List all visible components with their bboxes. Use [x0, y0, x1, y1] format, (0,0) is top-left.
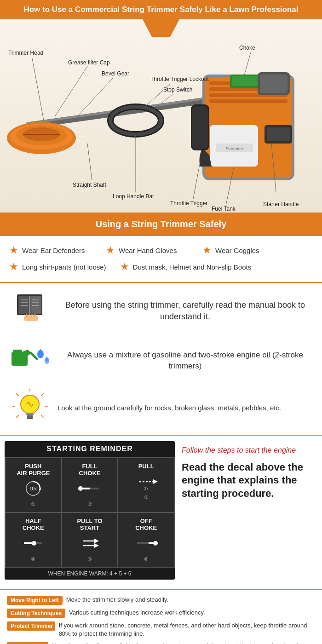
step-1-title: PUSHAIR PURGE [9, 463, 58, 477]
svg-rect-63 [13, 350, 22, 354]
starting-section: STARTING REMINDER PUSHAIR PURGE 10x ① FU… [0, 441, 322, 589]
starting-step-2: FULLCHOKE ② [62, 458, 118, 512]
safety-item-goggles: ★ Wear Goggles [202, 244, 285, 256]
svg-line-76 [41, 415, 43, 417]
info-block-fuel: Always use a mixture of gasoline and two… [9, 340, 313, 380]
star-icon-2: ★ [106, 244, 115, 256]
follow-steps-text: Follow the steps to start the engine [182, 446, 310, 455]
desc-protect: If you work around stone, concrete, meta… [59, 621, 315, 638]
svg-rect-54 [30, 296, 41, 314]
technique-row-2: Protect Trimmer line If you work around … [7, 621, 315, 638]
svg-text:Grease filter Cap: Grease filter Cap [68, 59, 110, 66]
lightbulb-icon [9, 389, 51, 426]
info-block-manual: Before using the string trimmer, careful… [9, 290, 313, 332]
safety-label-goggles: Wear Goggles [215, 247, 259, 254]
safety-label-ear: Wear Ear Defenders [22, 247, 85, 254]
safety-label-pants: Long shirt-pants (not loose) [22, 263, 106, 271]
step-4-num: ④ [9, 556, 58, 562]
fuel-icon [9, 340, 51, 380]
svg-rect-17 [209, 99, 288, 103]
starting-title: STARTING REMINDER [5, 441, 175, 457]
svg-point-86 [78, 486, 83, 491]
svg-rect-80 [27, 418, 33, 419]
orange-section-header: Using a String Trimmer Safely [0, 213, 322, 236]
svg-line-71 [17, 394, 18, 396]
svg-text:Trimmer Head: Trimmer Head [8, 50, 43, 56]
step-4-title: HALFCHOKE [9, 518, 58, 531]
svg-text:Choke: Choke [239, 45, 255, 51]
svg-marker-88 [153, 479, 158, 484]
warm-text: WHEN ENGINE WARM: 4 + 5 + 6 [5, 568, 175, 580]
trimmer-svg: Husqvarna Trimmer Head Grease filter Cap… [0, 19, 322, 213]
step-2-title: FULLCHOKE [66, 463, 114, 477]
svg-text:10x: 10x [29, 486, 37, 491]
header-title: How to Use a Commercial String Trimmer S… [23, 5, 298, 14]
svg-rect-29 [192, 106, 208, 149]
svg-text:Starter Handle: Starter Handle [263, 201, 299, 207]
badge-move: Move Right to Left [7, 596, 63, 605]
star-icon-5: ★ [120, 261, 129, 273]
svg-text:Bevel Gear: Bevel Gear [102, 70, 129, 77]
starting-reminder-box: STARTING REMINDER PUSHAIR PURGE 10x ① FU… [5, 441, 175, 580]
svg-rect-78 [26, 413, 34, 415]
starting-step-1: PUSHAIR PURGE 10x ① [6, 458, 61, 512]
safety-item-pants: ★ Long shirt-pants (not loose) [9, 261, 106, 273]
starting-step-4: HALFCHOKE ④ [6, 513, 61, 567]
divider-3 [0, 589, 322, 590]
svg-text:Fuel Tank: Fuel Tank [212, 206, 236, 212]
svg-line-72 [41, 394, 43, 396]
info-text-ground: Look at the ground carefully for rocks, … [58, 403, 281, 413]
safety-row-2: ★ Long shirt-pants (not loose) ★ Dust ma… [9, 261, 313, 273]
svg-rect-53 [18, 296, 29, 314]
starting-step-3: PULL 3x ③ [118, 458, 174, 512]
divider-1 [0, 282, 322, 283]
svg-rect-27 [260, 75, 288, 93]
svg-marker-96 [94, 543, 99, 548]
step-2-num: ② [66, 501, 114, 507]
safety-label-gloves: Wear Hand Gloves [119, 247, 177, 254]
badge-cutting: Cutting Techniques [7, 609, 65, 618]
starting-step-6: OFFCHOKE ⑥ [118, 513, 174, 567]
badge-grass: Cutting Grass [7, 642, 48, 644]
svg-text:Husqvarna: Husqvarna [226, 146, 244, 150]
manual-icon [9, 290, 51, 332]
info-block-ground: Look at the ground carefully for rocks, … [9, 389, 313, 426]
svg-line-65 [31, 353, 37, 359]
step-1-num: ① [9, 501, 58, 507]
safety-item-ear: ★ Wear Ear Defenders [9, 244, 92, 256]
info-text-fuel: Always use a mixture of gasoline and two… [58, 350, 313, 372]
star-icon-1: ★ [9, 244, 18, 256]
info-section: Before using the string trimmer, careful… [0, 290, 322, 426]
desc-cutting: Various cutting techniques increase work… [69, 609, 205, 617]
fuel-text: Always use a mixture of gasoline and two… [67, 351, 303, 370]
starting-grid: PUSHAIR PURGE 10x ① FULLCHOKE ② [5, 457, 175, 568]
safety-item-mask: ★ Dust mask, Helmet and Non-slip Boots [120, 261, 252, 273]
svg-rect-23 [267, 127, 290, 141]
trimmer-diagram: Husqvarna Trimmer Head Grease filter Cap… [0, 19, 322, 213]
starting-text-area: Follow the steps to start the engine Rea… [175, 441, 317, 505]
badge-protect: Protect Trimmer line [7, 621, 55, 631]
desc-grass: Keep the cutting line parallel to the gr… [52, 642, 315, 644]
step-5-num: ⑤ [66, 556, 114, 562]
technique-row-3: Cutting Grass Keep the cutting line para… [7, 642, 315, 644]
read-decal-text: Read the decal above the engine that exp… [182, 461, 310, 500]
svg-rect-79 [27, 415, 33, 418]
ground-text: Look at the ground carefully for rocks, … [58, 404, 281, 412]
manual-text: Before using the string trimmer, careful… [65, 300, 305, 321]
svg-text:Straight Shaft: Straight Shaft [73, 182, 106, 188]
safety-section: ★ Wear Ear Defenders ★ Wear Hand Gloves … [0, 236, 322, 282]
safety-row-1: ★ Wear Ear Defenders ★ Wear Hand Gloves … [9, 244, 313, 256]
svg-point-92 [32, 541, 36, 546]
step-6-title: OFFCHOKE [122, 518, 170, 531]
starting-step-5: PULL TOSTART ⑤ [62, 513, 118, 567]
desc-move: Move the strimmer slowly and steadily. [66, 596, 168, 604]
technique-row-0: Move Right to Left Move the strimmer slo… [7, 596, 315, 605]
info-text-manual: Before using the string trimmer, careful… [58, 299, 313, 322]
techniques-section: Move Right to Left Move the strimmer slo… [0, 593, 322, 644]
svg-marker-95 [94, 539, 99, 543]
step-3-num: ③ [122, 494, 170, 500]
svg-text:Throttle Trigger: Throttle Trigger [170, 200, 207, 207]
svg-text:Throttle Trigger Lockout: Throttle Trigger Lockout [150, 76, 209, 82]
svg-text:3x: 3x [144, 486, 149, 491]
orange-banner-text: Using a String Trimmer Safely [96, 219, 227, 229]
